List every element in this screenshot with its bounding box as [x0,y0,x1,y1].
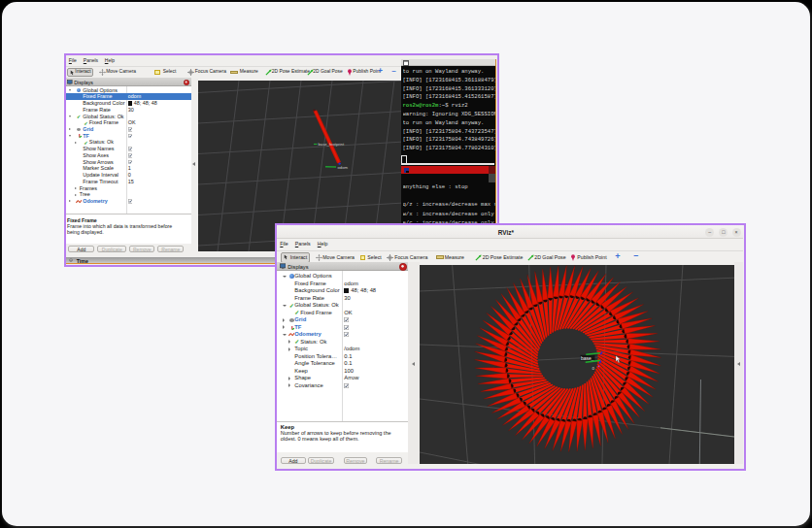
svg-text:base_: base_ [581,354,594,360]
svg-text:o: o [592,366,594,371]
svg-text:odom: odom [337,165,348,170]
svg-text:base_footprint: base_footprint [318,142,344,147]
